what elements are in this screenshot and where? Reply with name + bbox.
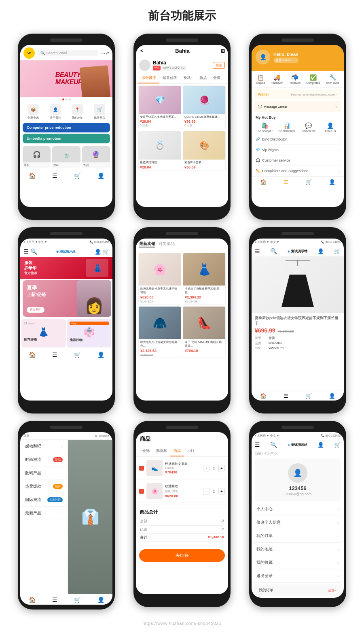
p7-menu-item-3[interactable]: 数码产品 › (20, 467, 68, 480)
p7-menu-item-5[interactable]: 国际潮流 大算时符 (20, 493, 68, 507)
p1-promo-computer[interactable]: Computer price reduction (23, 123, 110, 132)
p8-checkbox-1[interactable] (139, 466, 144, 471)
p3-hot-distributor[interactable]: 📊 Be distributor (277, 122, 297, 132)
p7-menu-item-4[interactable]: 热卖爆款 热卖 (20, 480, 68, 493)
p5-product-2[interactable]: 👗 中长款半身裙春夏季2021新款... ¥2,304.32 ¥1,534.08 (183, 253, 226, 305)
p9-order-btn[interactable]: 我的订单 全部> (254, 584, 341, 596)
p4-home-icon[interactable]: 🏠 (29, 352, 36, 358)
p2-grid-icon[interactable]: ⊞ (221, 48, 225, 54)
p2-back-icon[interactable]: ＜ (139, 47, 144, 54)
p1-promo-umbrella[interactable]: Umbrella promotion (23, 134, 110, 143)
p9-menu-logout[interactable]: 退出登录 › (254, 569, 341, 583)
p3-hot-comments[interactable]: 💬 Comments (298, 122, 319, 132)
p7-menu-item-2[interactable]: 时尚潮流 新品 (20, 453, 68, 467)
p3-cart-icon[interactable]: 🛒 (305, 179, 312, 185)
p8-qty-minus-2[interactable]: - (203, 488, 210, 494)
p1-more-icon[interactable]: ··· (101, 50, 105, 56)
p3-menu-bind-distributor[interactable]: 🔗 Bind Distributor › (254, 134, 341, 145)
p6-user-icon[interactable]: 👤 (317, 248, 324, 254)
p3-hot-shopper[interactable]: 🛍️ Be Shopper (255, 122, 275, 132)
p2-product-4[interactable]: 🎨 彩色珠子套装... ¥36.89 (183, 131, 226, 171)
p3-order-received[interactable]: 📬 Received (289, 74, 301, 84)
p7-cart-icon[interactable]: 🛒 (74, 597, 81, 603)
p8-tab-subtotal[interactable]: 小计 (184, 446, 198, 456)
p1-nav-item-4[interactable]: 🛒 批量开店 (89, 104, 110, 120)
p1-search-bar[interactable]: 🔍 Search Wool (37, 50, 99, 56)
p6-user-icon-b[interactable]: 👤 (329, 393, 335, 399)
p8-qty-minus-1[interactable]: - (203, 465, 210, 471)
p8-checkbox-2[interactable] (139, 489, 144, 494)
p3-order-unpaid[interactable]: 📋 Unpaid (256, 74, 265, 84)
p4-user-icon-b[interactable]: 👤 (97, 352, 104, 358)
p2-product-2[interactable]: 🧶 QUEFE 14420 趣用多媒体... ¥36.89 0 出售 (183, 85, 226, 129)
p1-nav-item-1[interactable]: 📦 包裹查询 (23, 104, 44, 120)
p1-product-1[interactable]: 🎧 耳机 (23, 146, 51, 168)
p5-product-4[interactable]: 👠 奈子 优闻 TANLUN 休闲鞋 精致款... ¥704.10 (183, 306, 226, 358)
p2-tab-sales[interactable]: 销量优先 (159, 73, 180, 83)
p8-checkout-button[interactable]: 去结账 (139, 549, 225, 562)
p4-summer-btn[interactable]: 官方系列 (27, 307, 44, 313)
p3-wallet-section[interactable]: Wallet Payment and refund records, more … (254, 90, 341, 99)
p2-tab-price[interactable]: 价格↑ (180, 73, 196, 83)
p9-user-icon[interactable]: 👤 (317, 442, 324, 448)
p2-tab-comprehensive[interactable]: 综合排序 (138, 73, 159, 83)
p4-hamburger-icon[interactable]: ☰ (23, 248, 29, 255)
p1-cart-icon[interactable]: 🛒 (74, 173, 81, 179)
p8-tab-cart[interactable]: 购物车 (153, 446, 170, 456)
p2-tab-category[interactable]: 分类 (210, 73, 224, 83)
p7-home-icon[interactable]: 🏠 (29, 597, 36, 603)
p9-hamburger-icon[interactable]: ☰ (255, 441, 260, 448)
p3-user-icon[interactable]: 👤 (329, 179, 335, 185)
p3-order-todeliver[interactable]: 🚚 ToDeliver (271, 74, 283, 84)
p3-hot-aboutus[interactable]: 👤 About us (320, 122, 341, 132)
p1-nav-item-2[interactable]: 👤 关于我们 (45, 104, 66, 120)
p1-product-2[interactable]: 🍵 水杯 (52, 146, 80, 168)
p3-menu-icon[interactable]: ☰ (284, 179, 288, 185)
p4-cart-icon-b[interactable]: 🛒 (74, 352, 81, 358)
p5-tab-fashion[interactable]: 时尚单品 (159, 241, 175, 247)
p7-menu-item-1[interactable]: 感动翻吧 › (20, 440, 68, 453)
p2-follow-button[interactable]: 关注 (213, 62, 225, 69)
p8-qty-plus-1[interactable]: + (218, 465, 225, 471)
p9-menu-orders[interactable]: 我的订单 › (254, 529, 341, 543)
p7-menu-item-6[interactable]: 最新产品 › (20, 507, 68, 520)
p1-home-icon[interactable]: 🏠 (29, 173, 36, 179)
p4-card-1[interactable]: 24 items 👗 推荐好物 (21, 319, 66, 347)
p9-menu-edit-profile[interactable]: 修改个人信息 › (254, 516, 341, 529)
p1-product-3[interactable]: 🔮 饰品 (82, 146, 110, 168)
p3-menu-vip-rights[interactable]: 💎 Vip Rights › (254, 145, 341, 155)
p2-product-3[interactable]: 💍 银色戒指对戒... ¥29.84 (138, 131, 181, 171)
p3-message-center[interactable]: 💬 Message Center › (254, 101, 341, 112)
p5-product-1[interactable]: 🌸 欧洲比垂肩棉质手工包珠手链精绘... ¥628.00 ¥1,443.05 (138, 253, 181, 305)
p1-share-icon[interactable]: ↗ (105, 50, 109, 56)
p3-menu-customer-service[interactable]: 🎧 Customer service › (254, 155, 341, 166)
p5-tab-latest[interactable]: 最新卖销 (139, 241, 155, 247)
p2-tab-new[interactable]: 新品 (196, 73, 210, 83)
p2-product-1[interactable]: 💎 女孩手链工艺美术珠宝手工... ¥29.84 0 出售 (138, 85, 181, 129)
p3-menu-complaints[interactable]: ✏️ Complaints and Suggestions › (254, 166, 341, 176)
p9-cart-icon[interactable]: 🛒 (334, 442, 341, 448)
p1-nav-item-3[interactable]: 📍 我的地址 (67, 104, 88, 120)
p4-search-icon[interactable]: 🔍 (30, 248, 37, 255)
p8-tab-goods[interactable]: 商品 (170, 446, 184, 456)
p6-menu-icon[interactable]: ☰ (284, 393, 288, 399)
p6-hamburger-icon[interactable]: ☰ (255, 248, 260, 254)
p4-card-2[interactable]: New 👘 推荐好物 (67, 319, 112, 347)
p1-user-icon[interactable]: 👤 (97, 173, 104, 179)
p6-home-icon[interactable]: 🏠 (260, 393, 267, 399)
p8-qty-plus-2[interactable]: + (218, 488, 225, 494)
p5-product-3[interactable]: 🧥 欧洲包包牛仔短裙女学生电脑包... ¥2,126.52 ¥3,506.88 (138, 306, 181, 358)
p9-menu-address[interactable]: 我的地址 › (254, 543, 341, 556)
p3-order-completed[interactable]: ✅ Completed (306, 74, 320, 84)
p3-home-icon[interactable]: 🏠 (260, 179, 267, 185)
p4-menu-icon[interactable]: ☰ (52, 352, 57, 358)
p7-user-icon[interactable]: 👤 (97, 597, 104, 603)
p6-cart-icon-b[interactable]: 🛒 (305, 393, 312, 399)
p9-menu-personal-center[interactable]: 个人中心 › (254, 503, 341, 516)
p6-search-icon[interactable]: 🔍 (270, 248, 277, 254)
p3-order-aftersales[interactable]: 🔧 After sales (326, 74, 339, 84)
p6-cart-icon[interactable]: 🛒 (334, 248, 341, 254)
p7-menu-icon[interactable]: ☰ (52, 597, 57, 603)
p4-user-icon[interactable]: 👤 (95, 249, 101, 255)
p9-menu-favorites[interactable]: 我的收藏 › (254, 556, 341, 569)
